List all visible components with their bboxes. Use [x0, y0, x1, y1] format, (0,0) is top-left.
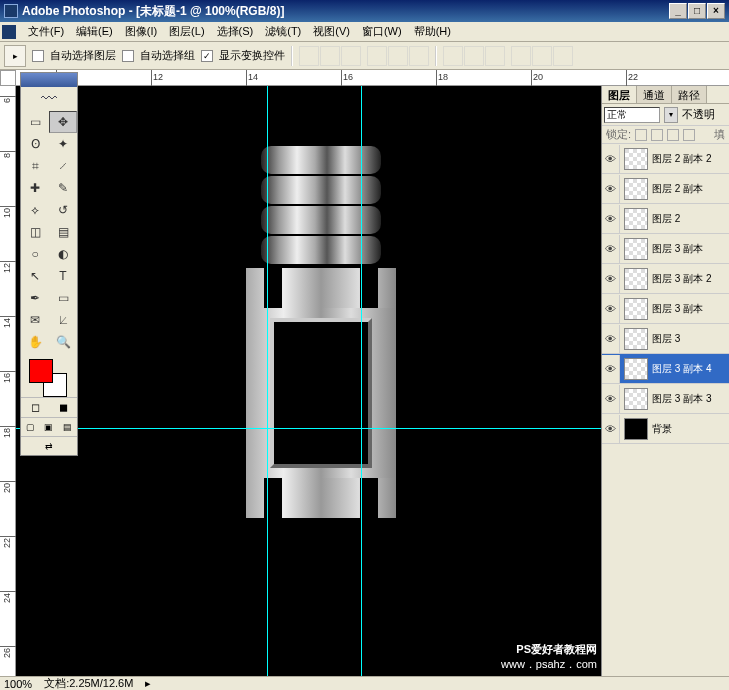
lock-paint-icon[interactable]: [651, 129, 663, 141]
layer-row[interactable]: 👁图层 3 副本: [602, 294, 729, 324]
layer-thumbnail[interactable]: [624, 298, 648, 320]
zoom-level[interactable]: 100%: [4, 678, 32, 690]
menu-view[interactable]: 视图(V): [307, 22, 356, 41]
screen-full-menu-button[interactable]: ▣: [40, 418, 59, 436]
align-left-button[interactable]: [367, 46, 387, 66]
align-top-button[interactable]: [299, 46, 319, 66]
layer-row[interactable]: 👁图层 3 副本 3: [602, 384, 729, 414]
move-tool-icon[interactable]: [4, 45, 26, 67]
close-button[interactable]: ×: [707, 3, 725, 19]
layer-thumbnail[interactable]: [624, 208, 648, 230]
dist-5-button[interactable]: [532, 46, 552, 66]
jump-to-button[interactable]: ⇄: [21, 437, 77, 455]
auto-select-layer-checkbox[interactable]: [32, 50, 44, 62]
layer-row[interactable]: 👁图层 2 副本 2: [602, 144, 729, 174]
layer-row[interactable]: 👁图层 3 副本 4: [602, 354, 729, 384]
tool-notes[interactable]: ✉: [21, 309, 49, 331]
visibility-eye-icon[interactable]: 👁: [602, 355, 620, 383]
layer-row[interactable]: 👁图层 3 副本 2: [602, 264, 729, 294]
layer-thumbnail[interactable]: [624, 418, 648, 440]
menu-file[interactable]: 文件(F): [22, 22, 70, 41]
tool-dodge[interactable]: ◐: [49, 243, 77, 265]
layer-row[interactable]: 👁背景: [602, 414, 729, 444]
dist-6-button[interactable]: [553, 46, 573, 66]
tool-marquee[interactable]: ▭: [21, 111, 49, 133]
layer-thumbnail[interactable]: [624, 148, 648, 170]
layer-row[interactable]: 👁图层 3: [602, 324, 729, 354]
visibility-eye-icon[interactable]: 👁: [602, 145, 620, 173]
minimize-button[interactable]: _: [669, 3, 687, 19]
tool-blur[interactable]: ○: [21, 243, 49, 265]
ruler-vertical[interactable]: 68101214161820222426: [0, 86, 16, 676]
layer-thumbnail[interactable]: [624, 328, 648, 350]
menu-window[interactable]: 窗口(W): [356, 22, 408, 41]
visibility-eye-icon[interactable]: 👁: [602, 235, 620, 263]
tab-channels[interactable]: 通道: [637, 86, 672, 103]
tool-zoom[interactable]: 🔍: [49, 331, 77, 353]
tool-pen[interactable]: ✒: [21, 287, 49, 309]
visibility-eye-icon[interactable]: 👁: [602, 325, 620, 353]
layer-thumbnail[interactable]: [624, 358, 648, 380]
tool-slice[interactable]: ⟋: [49, 155, 77, 177]
standard-mode-button[interactable]: ◻: [21, 397, 49, 417]
lock-transparency-icon[interactable]: [635, 129, 647, 141]
blend-mode-select[interactable]: 正常: [604, 107, 660, 123]
align-bottom-button[interactable]: [341, 46, 361, 66]
guide-vertical-left[interactable]: [267, 86, 268, 676]
tool-gradient[interactable]: ▤: [49, 221, 77, 243]
dist-3-button[interactable]: [485, 46, 505, 66]
visibility-eye-icon[interactable]: 👁: [602, 175, 620, 203]
lock-all-icon[interactable]: [683, 129, 695, 141]
menu-edit[interactable]: 编辑(E): [70, 22, 119, 41]
tool-wand[interactable]: ✦: [49, 133, 77, 155]
tool-move[interactable]: ✥: [49, 111, 77, 133]
foreground-color-swatch[interactable]: [29, 359, 53, 383]
dist-2-button[interactable]: [464, 46, 484, 66]
layer-thumbnail[interactable]: [624, 178, 648, 200]
layer-row[interactable]: 👁图层 3 副本: [602, 234, 729, 264]
layer-thumbnail[interactable]: [624, 388, 648, 410]
ruler-origin[interactable]: [0, 70, 16, 86]
visibility-eye-icon[interactable]: 👁: [602, 295, 620, 323]
tool-stamp[interactable]: ⟡: [21, 199, 49, 221]
layer-row[interactable]: 👁图层 2 副本: [602, 174, 729, 204]
guide-vertical-right[interactable]: [361, 86, 362, 676]
tool-eraser[interactable]: ◫: [21, 221, 49, 243]
blend-mode-dropdown-icon[interactable]: ▾: [664, 107, 678, 123]
menu-filter[interactable]: 滤镜(T): [259, 22, 307, 41]
tool-shape[interactable]: ▭: [49, 287, 77, 309]
maximize-button[interactable]: □: [688, 3, 706, 19]
tool-hand[interactable]: ✋: [21, 331, 49, 353]
align-right-button[interactable]: [409, 46, 429, 66]
tool-type[interactable]: T: [49, 265, 77, 287]
dist-1-button[interactable]: [443, 46, 463, 66]
menu-layer[interactable]: 图层(L): [163, 22, 210, 41]
auto-select-group-checkbox[interactable]: [122, 50, 134, 62]
tool-brush[interactable]: ✎: [49, 177, 77, 199]
tool-lasso[interactable]: ʘ: [21, 133, 49, 155]
dist-4-button[interactable]: [511, 46, 531, 66]
lock-position-icon[interactable]: [667, 129, 679, 141]
show-transform-checkbox[interactable]: [201, 50, 213, 62]
tab-layers[interactable]: 图层: [602, 86, 637, 103]
visibility-eye-icon[interactable]: 👁: [602, 385, 620, 413]
quickmask-mode-button[interactable]: ◼: [49, 397, 77, 417]
screen-full-button[interactable]: ▤: [58, 418, 77, 436]
tool-crop[interactable]: ⌗: [21, 155, 49, 177]
align-vcenter-button[interactable]: [320, 46, 340, 66]
toolbox-header[interactable]: [21, 73, 77, 87]
visibility-eye-icon[interactable]: 👁: [602, 265, 620, 293]
menu-image[interactable]: 图像(I): [119, 22, 163, 41]
align-hcenter-button[interactable]: [388, 46, 408, 66]
tool-eyedrop[interactable]: ⟀: [49, 309, 77, 331]
visibility-eye-icon[interactable]: 👁: [602, 205, 620, 233]
layer-row[interactable]: 👁图层 2: [602, 204, 729, 234]
tool-history[interactable]: ↺: [49, 199, 77, 221]
tool-path[interactable]: ↖: [21, 265, 49, 287]
menu-select[interactable]: 选择(S): [211, 22, 260, 41]
visibility-eye-icon[interactable]: 👁: [602, 415, 620, 443]
tab-paths[interactable]: 路径: [672, 86, 707, 103]
status-arrow-icon[interactable]: ▸: [145, 677, 151, 690]
menu-help[interactable]: 帮助(H): [408, 22, 457, 41]
layer-thumbnail[interactable]: [624, 268, 648, 290]
